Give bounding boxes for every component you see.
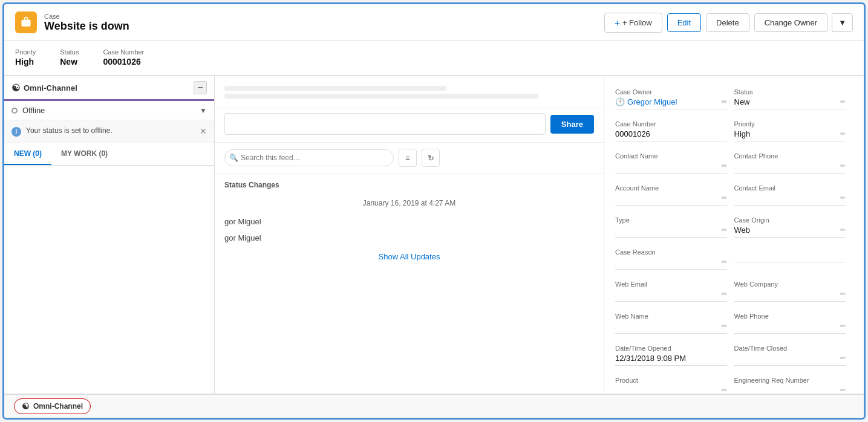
field-value-9[interactable]: Web✏ — [734, 226, 846, 238]
show-all-updates-link[interactable]: Show All Updates — [215, 246, 604, 267]
field-value-18[interactable]: ✏ — [615, 386, 727, 394]
status-dropdown-icon[interactable]: ▼ — [200, 106, 207, 115]
sidebar-field-13: Web Company✏ — [734, 276, 853, 308]
edit-pencil-17[interactable]: ✏ — [840, 354, 846, 362]
field-value-2: 00001026 — [615, 129, 727, 141]
field-value-5[interactable]: ✏ — [734, 161, 846, 174]
sidebar-field-18: Product✏ — [615, 372, 734, 394]
field-label-19: Engineering Req Number — [734, 377, 846, 384]
field-label-15: Web Phone — [734, 313, 846, 320]
change-owner-button[interactable]: Change Owner — [754, 13, 827, 32]
tab-new[interactable]: NEW (0) — [4, 143, 51, 165]
field-label-6: Account Name — [615, 184, 727, 192]
field-label-4: Contact Name — [615, 152, 727, 160]
edit-pencil-6[interactable]: ✏ — [722, 194, 727, 202]
feed-entry-1: gor Miguel — [215, 213, 604, 230]
edit-pencil-7[interactable]: ✏ — [840, 194, 846, 202]
omni-channel-bottom-tag[interactable]: ☯ Omni-Channel — [14, 398, 91, 414]
field-label-9: Case Origin — [734, 216, 846, 224]
edit-pencil-8[interactable]: ✏ — [722, 226, 727, 234]
sidebar-field-2: Case Number00001026 — [615, 115, 734, 148]
field-value-7[interactable]: ✏ — [734, 193, 846, 206]
sidebar-field-1: StatusNew✏ — [734, 83, 853, 115]
feed-entry-2: gor Miguel — [215, 230, 604, 246]
field-label-17: Date/Time Closed — [734, 345, 846, 352]
field-label-14: Web Name — [615, 313, 727, 320]
field-label-13: Web Company — [734, 281, 846, 288]
offline-notice-text: Your status is set to offline. — [26, 126, 195, 135]
bottom-bar: ☯ Omni-Channel — [4, 394, 864, 418]
edit-pencil-14[interactable]: ✏ — [722, 322, 727, 330]
edit-pencil-0[interactable]: ✏ — [722, 98, 727, 106]
share-button[interactable]: Share — [550, 115, 594, 134]
delete-button[interactable]: Delete — [706, 13, 749, 32]
feed-post-input[interactable] — [224, 113, 546, 135]
sidebar-field-14: Web Name✏ — [615, 308, 734, 340]
priority-label: Priority — [15, 48, 36, 56]
header-dropdown-button[interactable]: ▼ — [832, 13, 853, 32]
field-value-13[interactable]: ✏ — [734, 290, 846, 302]
field-value-10[interactable]: ✏ — [615, 258, 727, 270]
field-value-12[interactable]: ✏ — [615, 290, 727, 302]
field-value-4[interactable]: ✏ — [615, 161, 727, 174]
omni-minimize-button[interactable]: − — [194, 81, 207, 94]
sidebar-field-16: Date/Time Opened12/31/2018 9:08 PM — [615, 340, 734, 372]
edit-pencil-10[interactable]: ✏ — [722, 258, 727, 266]
edit-pencil-13[interactable]: ✏ — [840, 290, 846, 298]
field-label-12: Web Email — [615, 281, 727, 288]
field-value-16: 12/31/2018 9:08 PM — [615, 354, 727, 366]
tab-my-work[interactable]: MY WORK (0) — [51, 143, 117, 165]
field-value-19[interactable]: ✏ — [734, 386, 846, 394]
field-link-0[interactable]: 🕐Gregor Miguel — [615, 97, 677, 106]
priority-value: High — [15, 57, 36, 67]
edit-pencil-3[interactable]: ✏ — [840, 130, 846, 138]
field-label-3: Priority — [734, 120, 846, 128]
sidebar-field-9: Case OriginWeb✏ — [734, 212, 853, 244]
field-value-1[interactable]: New✏ — [734, 97, 846, 109]
sidebar-field-4: Contact Name✏ — [615, 148, 734, 180]
status-value: New — [60, 57, 79, 67]
sidebar-field-0: Case Owner🕐Gregor Miguel✏ — [615, 83, 734, 115]
omni-bottom-label: Omni-Channel — [33, 402, 83, 411]
sidebar-field-3: PriorityHigh✏ — [734, 115, 853, 148]
field-value-14[interactable]: ✏ — [615, 322, 727, 334]
field-value-8[interactable]: ✏ — [615, 226, 727, 238]
field-value-0[interactable]: 🕐Gregor Miguel✏ — [615, 97, 727, 109]
field-label-2: Case Number — [615, 120, 727, 128]
status-label: Status — [60, 48, 79, 56]
sidebar-field-12: Web Email✏ — [615, 276, 734, 308]
feed-search-icon: 🔍 — [229, 154, 238, 162]
field-value-15[interactable]: ✏ — [734, 322, 846, 334]
field-value-17[interactable]: ✏ — [734, 354, 846, 366]
svg-rect-0 — [22, 20, 31, 27]
info-icon: i — [11, 127, 21, 137]
case-number-value: 00001026 — [103, 57, 144, 67]
notice-close-button[interactable]: ✕ — [200, 126, 207, 136]
edit-pencil-18[interactable]: ✏ — [722, 386, 727, 394]
feed-search-input[interactable] — [224, 149, 394, 166]
edit-pencil-5[interactable]: ✏ — [840, 162, 846, 170]
field-label-10: Case Reason — [615, 248, 727, 256]
edit-pencil-1[interactable]: ✏ — [840, 98, 846, 106]
edit-button[interactable]: Edit — [667, 13, 701, 32]
edit-pencil-12[interactable]: ✏ — [722, 290, 727, 298]
edit-pencil-15[interactable]: ✏ — [840, 322, 846, 330]
omni-routing-icon: ☯ — [11, 82, 20, 94]
field-label-8: Type — [615, 216, 727, 224]
feed-date-divider: January 16, 2019 at 4:27 AM — [215, 193, 604, 213]
sidebar-field-8: Type✏ — [615, 212, 734, 244]
edit-pencil-9[interactable]: ✏ — [840, 226, 846, 234]
field-value-3[interactable]: High✏ — [734, 129, 846, 141]
case-number-label: Case Number — [103, 48, 144, 56]
follow-button[interactable]: + + Follow — [604, 13, 662, 33]
feed-text-input-area — [215, 76, 604, 108]
sidebar-field-10: Case Reason✏ — [615, 244, 734, 276]
case-icon — [15, 11, 37, 33]
feed-filter-button[interactable]: ≡ — [399, 149, 417, 167]
field-value-6[interactable]: ✏ — [615, 193, 727, 206]
omni-channel-title: Omni-Channel — [24, 83, 77, 93]
feed-refresh-button[interactable]: ↻ — [422, 149, 440, 167]
edit-pencil-4[interactable]: ✏ — [722, 162, 727, 170]
clock-icon-0: 🕐 — [615, 97, 625, 106]
edit-pencil-19[interactable]: ✏ — [840, 386, 846, 394]
